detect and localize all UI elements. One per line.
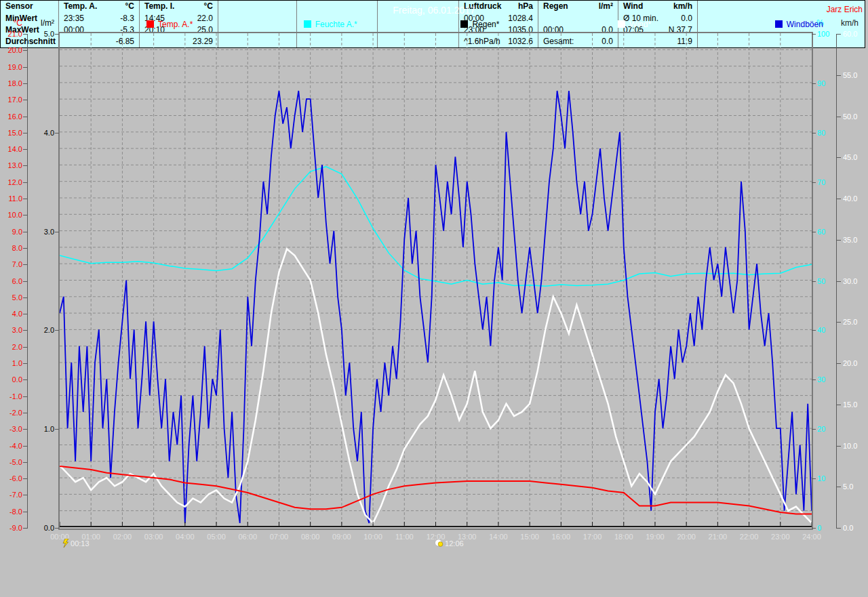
- kmh-tick: [836, 322, 841, 323]
- temp-tick-label: 2.0: [0, 344, 22, 351]
- kmh-tick-label: 20.0: [843, 360, 857, 367]
- temp-tick-label: 10.0: [0, 211, 22, 219]
- rain-tick: [55, 528, 59, 529]
- kmh-tick: [836, 446, 841, 447]
- temp-tick-label: 6.0: [0, 278, 22, 285]
- humidity-tick-label: 100: [817, 30, 829, 38]
- x-axis-hour-label: 07:00: [264, 533, 294, 541]
- x-axis-hour-label: 22:00: [734, 533, 764, 541]
- humidity-tick: [812, 528, 816, 529]
- event-marker-time: 00:13: [71, 539, 90, 548]
- temp-tick: [23, 379, 27, 380]
- temp-tick: [23, 83, 27, 84]
- owner-label: Jarz Erich: [827, 5, 863, 14]
- temp-tick: [23, 117, 27, 117]
- legend-item: Windböen: [775, 20, 823, 29]
- rain-tick: [55, 133, 59, 133]
- x-axis-hour-label: 15:00: [515, 533, 545, 541]
- humidity-tick: [812, 232, 816, 232]
- kmh-tick-label: 55.0: [843, 72, 857, 79]
- temp-tick-label: -5.0: [0, 459, 22, 466]
- temp-tick-label: 19.0: [0, 64, 22, 71]
- humidity-tick: [812, 478, 816, 479]
- x-axis-hour-label: 09:00: [327, 533, 357, 541]
- rain-tick-label: 3.0: [27, 228, 54, 236]
- kmh-tick: [836, 405, 841, 405]
- humidity-tick: [812, 133, 816, 133]
- temp-tick: [23, 165, 27, 166]
- legend-label: Temp. A.*: [158, 20, 193, 29]
- kmh-tick: [836, 117, 841, 117]
- temp-tick-label: 18.0: [0, 80, 22, 87]
- x-axis-hour-label: 05:00: [201, 533, 231, 541]
- temp-tick: [23, 149, 27, 150]
- x-axis-hour-label: 11:00: [389, 533, 419, 541]
- legend-item: Wind*: [618, 20, 651, 29]
- kmh-tick-label: 15.0: [843, 401, 857, 409]
- temp-tick-label: -8.0: [0, 508, 22, 516]
- temp-tick-label: 14.0: [0, 146, 22, 153]
- event-marker-time: 12:06: [445, 539, 464, 548]
- series-windben: [60, 91, 812, 523]
- temp-tick: [23, 413, 27, 413]
- temp-tick-label: 5.0: [0, 294, 22, 302]
- kmh-tick: [836, 157, 841, 158]
- rain-tick-label: 5.0: [27, 30, 54, 38]
- temp-tick: [23, 264, 27, 265]
- temp-tick-label: -6.0: [0, 475, 22, 482]
- legend-item: Regen*: [460, 20, 499, 29]
- temp-tick: [23, 462, 27, 463]
- rain-tick: [55, 232, 59, 232]
- temp-tick: [23, 215, 27, 215]
- humidity-tick: [812, 330, 816, 331]
- kmh-tick-label: 30.0: [843, 278, 857, 285]
- temp-tick-label: -3.0: [0, 426, 22, 433]
- humidity-tick: [812, 281, 816, 282]
- legend-label: Wind*: [629, 20, 651, 29]
- temp-tick: [23, 182, 27, 183]
- kmh-tick-label: 25.0: [843, 318, 857, 326]
- x-axis-hour-label: 02:00: [107, 533, 137, 541]
- temp-tick-label: 15.0: [0, 129, 22, 137]
- temp-tick: [23, 512, 27, 512]
- temp-tick: [23, 314, 27, 314]
- x-axis-hour-label: 16:00: [546, 533, 576, 541]
- temp-tick: [23, 446, 27, 447]
- humidity-tick-label: 20: [817, 426, 825, 433]
- x-axis-hour-label: 24:00: [797, 533, 827, 541]
- temp-tick: [23, 347, 27, 348]
- temp-tick: [23, 199, 27, 199]
- x-axis-hour-label: 23:00: [766, 533, 795, 541]
- x-axis-hour-label: 06:00: [233, 533, 262, 541]
- weather-chart-window: Freitag, 06.01.2017 Jarz Erich °C l/m² %…: [0, 0, 868, 597]
- rain-tick-label: 2.0: [27, 327, 54, 334]
- humidity-tick-label: 0: [817, 524, 821, 532]
- temp-tick-label: 8.0: [0, 245, 22, 252]
- x-axis-hour-label: 10:00: [358, 533, 388, 541]
- humidity-tick: [812, 429, 816, 430]
- temp-tick-label: -9.0: [0, 524, 22, 532]
- temp-tick: [23, 478, 27, 479]
- chart-plot: [60, 33, 812, 527]
- temp-tick: [23, 281, 27, 282]
- humidity-tick: [812, 83, 816, 84]
- kmh-tick-label: 50.0: [843, 113, 857, 121]
- legend-swatch-icon: [146, 20, 154, 28]
- rain-tick-label: 4.0: [27, 129, 54, 137]
- kmh-tick: [836, 281, 841, 282]
- x-axis-hour-label: 20:00: [671, 533, 701, 541]
- event-marker: 00:13: [62, 539, 90, 548]
- temp-tick-label: 11.0: [0, 195, 22, 203]
- temp-tick: [23, 396, 27, 397]
- x-axis-hour-label: 08:00: [296, 533, 326, 541]
- kmh-tick-label: 35.0: [843, 236, 857, 244]
- temp-tick: [23, 297, 27, 298]
- lightning-icon: [62, 539, 69, 548]
- legend-swatch-icon: [304, 20, 311, 28]
- temp-tick-label: 20.0: [0, 47, 22, 54]
- temp-tick: [23, 50, 27, 51]
- temp-tick-label: -4.0: [0, 442, 22, 450]
- kmh-tick-label: 0.0: [843, 524, 853, 532]
- kmh-tick-label: 45.0: [843, 154, 857, 161]
- legend-item: Feuchte A.*: [304, 20, 357, 29]
